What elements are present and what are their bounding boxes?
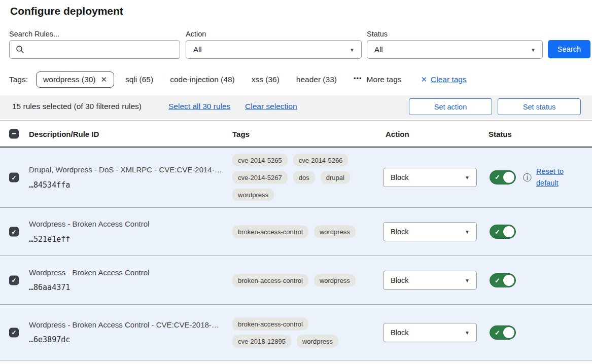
row-checkbox[interactable]: ✓	[9, 327, 19, 337]
info-icon[interactable]: ⓘ	[523, 172, 532, 184]
tag-pill: cve-2014-5266	[293, 154, 349, 167]
row-checkbox[interactable]: ✓	[9, 227, 19, 237]
description-cell: Drupal, Wordpress - DoS - XMLRPC - CVE:C…	[29, 165, 228, 190]
tag-pill: cve-2018-12895	[232, 335, 291, 347]
selected-tag-wordpress[interactable]: wordpress (30) ✕	[36, 71, 114, 88]
search-rules-label: Search Rules...	[9, 30, 59, 38]
selection-summary: 15 rules selected (of 30 filtered rules)	[12, 102, 142, 111]
toggle-knob	[503, 275, 514, 286]
tag-filter-header[interactable]: header (33)	[296, 75, 337, 84]
tag-pill: broken-access-control	[232, 274, 308, 286]
search-icon	[16, 45, 24, 54]
tags-bar: Tags: wordpress (30) ✕ sqli (65) code-in…	[9, 70, 467, 89]
action-value: Block	[391, 173, 408, 181]
action-select[interactable]: Block ▼	[383, 323, 477, 342]
rule-description: Wordpress - Broken Access Control - CVE:…	[29, 320, 228, 330]
tag-pill: dos	[293, 171, 315, 184]
clear-tags-link[interactable]: ✕ Clear tags	[421, 75, 467, 84]
tag-filter-xss[interactable]: xss (36)	[252, 75, 280, 84]
clear-icon: ✕	[421, 75, 428, 84]
check-icon: ✓	[11, 174, 16, 180]
tags-cell: cve-2014-5265cve-2014-5266cve-2014-5267d…	[232, 154, 365, 201]
tag-filter-code-injection[interactable]: code-injection (48)	[170, 75, 235, 84]
selection-bar: 15 rules selected (of 30 filtered rules)…	[0, 95, 592, 119]
status-cell: ✓	[490, 325, 516, 340]
action-filter-label: Action	[186, 30, 206, 38]
tag-pill: drupal	[321, 171, 350, 184]
tags-cell: broken-access-controlwordpress	[232, 274, 365, 286]
select-all-rules-link[interactable]: Select all 30 rules	[168, 102, 230, 111]
status-toggle[interactable]: ✓	[490, 225, 516, 239]
column-header-tags: Tags	[232, 129, 250, 138]
check-icon: ✓	[495, 276, 500, 284]
rule-description: Wordpress - Broken Access Control	[29, 220, 228, 229]
rule-description: Drupal, Wordpress - DoS - XMLRPC - CVE:C…	[29, 165, 228, 175]
status-filter-select[interactable]: All ▼	[367, 40, 543, 59]
tag-pill: wordpress	[297, 335, 338, 347]
column-header-status: Status	[489, 129, 512, 138]
tags-cell: broken-access-controlwordpress	[232, 226, 365, 238]
selected-tag-label: wordpress (30)	[43, 75, 95, 84]
chevron-down-icon: ▼	[531, 47, 536, 52]
search-rules-input[interactable]	[24, 41, 180, 58]
table-header-row: Description/Rule ID Tags Action Status	[0, 120, 592, 148]
clear-selection-link[interactable]: Clear selection	[245, 102, 297, 111]
action-select[interactable]: Block ▼	[383, 222, 477, 241]
tag-pill: broken-access-control	[232, 317, 308, 330]
search-rules-field[interactable]	[9, 40, 180, 59]
chevron-down-icon: ▼	[465, 277, 470, 283]
action-value: Block	[391, 329, 408, 337]
select-all-checkbox[interactable]	[9, 129, 19, 138]
tag-filter-sqli[interactable]: sqli (65)	[125, 75, 153, 84]
tag-pill: broken-access-control	[232, 226, 308, 238]
column-header-description: Description/Rule ID	[29, 129, 99, 138]
status-filter-label: Status	[367, 30, 388, 38]
check-icon: ✓	[495, 174, 500, 181]
clear-tags-label: Clear tags	[431, 75, 467, 84]
row-checkbox[interactable]: ✓	[9, 275, 19, 285]
reset-to-default-link[interactable]: Reset to default	[536, 166, 569, 189]
action-filter-value: All	[193, 45, 202, 54]
check-icon: ✓	[495, 228, 500, 236]
tag-pill: wordpress	[232, 189, 274, 201]
chevron-down-icon: ▼	[465, 175, 470, 180]
set-action-button[interactable]: Set action	[409, 98, 492, 115]
rule-id: …84534ffa	[29, 180, 228, 190]
table-row: ✓ Drupal, Wordpress - DoS - XMLRPC - CVE…	[0, 148, 592, 208]
action-select[interactable]: Block ▼	[383, 271, 477, 290]
ellipsis-icon: •••	[354, 75, 362, 82]
check-icon: ✓	[495, 329, 500, 336]
tag-pill: wordpress	[314, 226, 356, 238]
set-status-button[interactable]: Set status	[498, 98, 581, 115]
rule-id: …521e1eff	[29, 235, 228, 244]
table-row: ✓ Wordpress - Broken Access Control …86a…	[0, 256, 592, 305]
action-value: Block	[391, 276, 408, 284]
indeterminate-mark	[12, 133, 16, 134]
row-checkbox[interactable]: ✓	[9, 173, 19, 183]
remove-tag-icon[interactable]: ✕	[100, 75, 107, 84]
action-select[interactable]: Block ▼	[383, 168, 477, 187]
status-toggle[interactable]: ✓	[490, 170, 516, 185]
status-toggle[interactable]: ✓	[490, 273, 516, 287]
table-row: ✓ Wordpress - Broken Access Control - CV…	[0, 305, 592, 360]
rule-description: Wordpress - Broken Access Control	[29, 268, 228, 278]
action-filter-select[interactable]: All ▼	[186, 40, 362, 59]
configure-deployment-page: Configure deployment Search Rules... Act…	[0, 0, 592, 364]
toggle-knob	[503, 226, 514, 237]
toggle-knob	[503, 172, 514, 183]
check-icon: ✓	[11, 229, 16, 235]
tags-bar-label: Tags:	[9, 75, 28, 84]
rule-id: …6e3897dc	[29, 335, 228, 344]
tag-pill: wordpress	[314, 274, 356, 286]
chevron-down-icon: ▼	[350, 47, 355, 52]
page-title: Configure deployment	[10, 5, 123, 17]
rules-table: Description/Rule ID Tags Action Status ✓…	[0, 120, 592, 363]
description-cell: Wordpress - Broken Access Control …86aa4…	[29, 268, 228, 293]
rule-id: …86aa4371	[29, 283, 228, 292]
status-toggle[interactable]: ✓	[490, 325, 516, 340]
tag-pill: cve-2014-5267	[232, 171, 288, 184]
search-button[interactable]: Search	[548, 40, 590, 58]
status-cell: ✓ ⓘ Reset to default	[490, 166, 569, 189]
more-tags-button[interactable]: ••• More tags	[354, 75, 402, 84]
chevron-down-icon: ▼	[465, 330, 470, 335]
